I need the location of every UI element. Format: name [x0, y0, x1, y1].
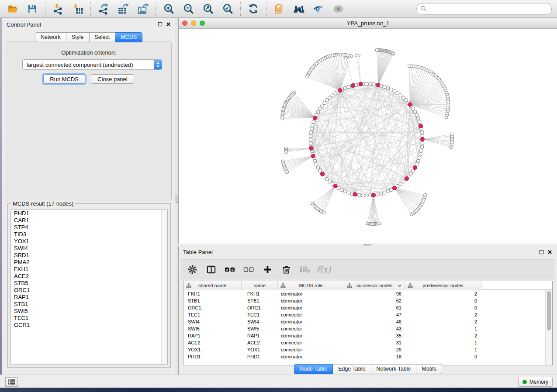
zoom-fit-button[interactable] [201, 2, 214, 15]
table-cell[interactable]: connector [278, 340, 344, 345]
mcds-result-item[interactable]: CAR1 [11, 217, 167, 224]
table-cell[interactable]: 18 [344, 354, 405, 359]
table-row[interactable]: PHD1PHD1dominator180 [183, 353, 552, 360]
mcds-result-item[interactable]: STP4 [11, 224, 167, 231]
mcds-result-item[interactable]: PMA2 [11, 259, 167, 266]
export-network-button[interactable] [97, 2, 110, 15]
table-cell[interactable]: dominator [278, 291, 344, 296]
table-row[interactable]: SWI4SWI4dominator462 [183, 318, 552, 325]
control-tab-mcds[interactable]: MCDS [115, 32, 142, 42]
table-cell[interactable]: SWI5 [242, 326, 278, 331]
table-cell[interactable]: FKH1 [242, 291, 278, 296]
table-row[interactable]: TEC1TEC1connector472 [183, 311, 552, 318]
open-file-button[interactable] [6, 2, 19, 15]
table-cell[interactable]: YOX1 [242, 347, 278, 352]
table-cell[interactable]: 62 [344, 298, 405, 303]
mcds-result-item[interactable]: SWI5 [11, 308, 167, 315]
column-header-predecessor-nodes[interactable]: predecessor nodes [405, 281, 481, 290]
table-cell[interactable]: 2 [405, 291, 481, 296]
save-session-button[interactable] [26, 2, 39, 15]
table-row[interactable]: RAP1RAP1dominator352 [183, 332, 552, 339]
table-cell[interactable]: connector [278, 326, 344, 331]
table-cell[interactable]: 1 [405, 326, 481, 331]
table-tab-network-table[interactable]: Network Table [371, 364, 417, 374]
table-cell[interactable]: 0 [405, 305, 481, 310]
zoom-selected-button[interactable] [221, 2, 234, 15]
float-panel-icon[interactable] [539, 250, 544, 254]
network-graph[interactable] [179, 29, 557, 244]
table-tab-motifs[interactable]: Motifs [416, 364, 442, 374]
table-cell[interactable]: 61 [344, 305, 405, 310]
control-tab-select[interactable]: Select [90, 32, 116, 42]
select-all-button[interactable] [224, 264, 235, 275]
deselect-all-button[interactable] [243, 264, 254, 275]
mcds-result-item[interactable]: GCR1 [11, 322, 167, 329]
table-cell[interactable]: RAP1 [183, 333, 242, 338]
search-input[interactable] [429, 5, 547, 12]
table-cell[interactable]: PHD1 [183, 354, 242, 359]
table-cell[interactable]: STB1 [183, 298, 242, 303]
mcds-result-item[interactable]: SRD1 [11, 252, 167, 259]
table-row[interactable]: STB1STB1dominator620 [183, 297, 552, 304]
scrollbar-thumb[interactable] [547, 291, 551, 330]
mcds-result-item[interactable]: YOX1 [11, 238, 167, 245]
table-cell[interactable]: ACE2 [183, 340, 242, 345]
table-cell[interactable]: 0 [405, 354, 481, 359]
table-cell[interactable]: 1 [405, 340, 481, 345]
table-cell[interactable]: YOX1 [183, 347, 242, 352]
table-cell[interactable]: PHD1 [242, 354, 278, 359]
table-cell[interactable]: dominator [278, 298, 344, 303]
network-canvas[interactable] [179, 29, 557, 244]
table-row[interactable]: SWI5SWI5connector431 [183, 325, 552, 332]
table-cell[interactable]: SWI4 [183, 319, 242, 324]
memory-button[interactable]: Memory [518, 377, 553, 387]
close-panel-icon[interactable] [166, 22, 171, 27]
mcds-result-item[interactable]: STB1 [11, 301, 167, 308]
table-cell[interactable]: SWI4 [242, 319, 278, 324]
column-header-successor-nodes[interactable]: successor nodes [344, 281, 405, 290]
mcds-result-item[interactable]: ACE2 [11, 273, 167, 280]
table-cell[interactable]: dominator [278, 305, 344, 310]
mcds-result-item[interactable]: TID3 [11, 231, 167, 238]
mcds-result-item[interactable]: FKH1 [11, 266, 167, 273]
delete-column-button[interactable] [280, 264, 292, 275]
share-document-button[interactable] [273, 2, 286, 15]
table-cell[interactable]: 46 [344, 319, 405, 324]
task-history-button[interactable] [5, 377, 18, 387]
run-mcds-button[interactable]: Run MCDS [43, 74, 85, 84]
mcds-result-item[interactable]: ORC1 [11, 287, 167, 294]
table-cell[interactable]: 2 [405, 312, 481, 317]
table-cell[interactable]: 2 [405, 319, 481, 324]
table-tab-node-table[interactable]: Node Table [294, 364, 333, 374]
function-builder-button[interactable]: f(x) [318, 264, 329, 275]
table-cell[interactable]: RAP1 [242, 333, 278, 338]
eye-button[interactable] [332, 2, 345, 15]
table-cell[interactable]: FKH1 [183, 291, 242, 296]
table-cell[interactable]: 29 [344, 347, 405, 352]
close-panel-button[interactable]: Close panel [91, 74, 134, 84]
table-cell[interactable]: dominator [278, 319, 344, 324]
table-cell[interactable]: 96 [344, 291, 405, 296]
hide-eye-button[interactable] [312, 2, 325, 15]
float-panel-icon[interactable] [158, 22, 163, 27]
table-row[interactable]: ACE2ACE2connector311 [183, 339, 552, 346]
mcds-result-item[interactable]: RAP1 [11, 294, 167, 301]
table-cell[interactable]: 43 [344, 326, 405, 331]
table-tab-edge-table[interactable]: Edge Table [333, 364, 371, 374]
control-tab-network[interactable]: Network [35, 32, 66, 42]
table-cell[interactable]: 31 [344, 340, 405, 345]
column-header-name[interactable]: name [242, 281, 278, 290]
table-cell[interactable]: dominator [278, 333, 344, 338]
mcds-result-item[interactable]: SWI4 [11, 245, 167, 252]
export-table-button[interactable] [117, 2, 130, 15]
table-cell[interactable]: STB1 [242, 298, 278, 303]
table-cell[interactable]: ORC1 [183, 305, 242, 310]
table-row[interactable]: FKH1FKH1dominator962 [183, 290, 552, 297]
optimization-criterion-select[interactable]: largest connected component (undirected) [22, 59, 162, 70]
table-cell[interactable]: 0 [405, 298, 481, 303]
table-row[interactable]: YOX1YOX1connector291 [183, 346, 552, 353]
table-cell[interactable]: SWI5 [183, 326, 242, 331]
table-scrollbar[interactable] [545, 290, 552, 365]
zoom-in-button[interactable] [162, 2, 175, 15]
import-network-button[interactable] [52, 2, 65, 15]
